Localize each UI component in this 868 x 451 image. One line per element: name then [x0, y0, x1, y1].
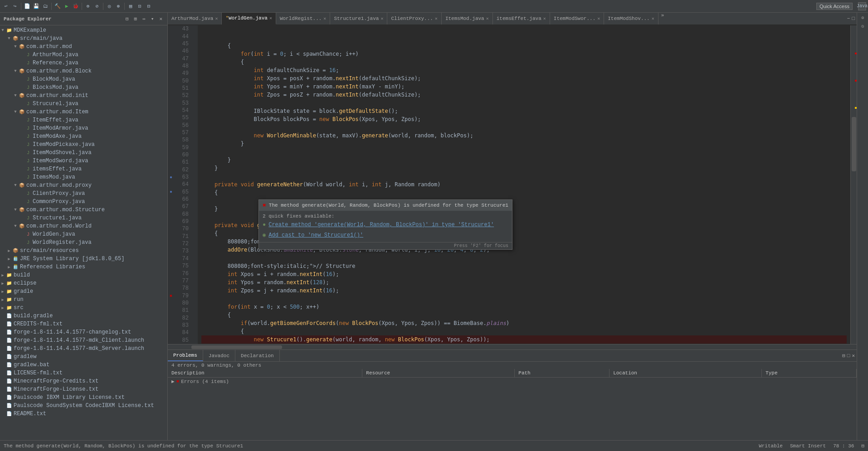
tree-item[interactable]: JItemModSword.java	[0, 157, 167, 165]
editor-tab[interactable]: itemsEffet.java✕	[493, 13, 550, 24]
tree-item[interactable]: ▼📦src/main/java	[0, 34, 167, 43]
table-header-cell[interactable]: Description	[168, 369, 362, 378]
tree-item[interactable]: JItemModArmor.java	[0, 124, 167, 132]
tree-item[interactable]: 📄Paulscode IBXM Library License.txt	[0, 393, 167, 402]
tree-item[interactable]: JItemModShovel.java	[0, 149, 167, 157]
tree-item[interactable]: 📄MinecraftForge-Credits.txt	[0, 377, 167, 385]
code-editor[interactable]: 4344454647484950515253545556575859606162…	[168, 25, 857, 344]
sidebar-link-btn[interactable]: ⇔	[141, 15, 147, 22]
tab-close-btn[interactable]: ✕	[543, 16, 546, 21]
sidebar-menu-btn[interactable]: ▾	[150, 15, 156, 22]
tab-close-btn[interactable]: ✕	[269, 15, 272, 21]
tree-item[interactable]: ▼📦com.arthur.mod.Item	[0, 108, 167, 116]
tab-close-btn[interactable]: ✕	[435, 16, 438, 21]
quick-access-button[interactable]: Quick Access	[816, 3, 853, 10]
editor-scrollbar[interactable]	[850, 25, 857, 344]
tree-item[interactable]: 📄LICENSE-fml.txt	[0, 369, 167, 377]
editor-tab[interactable]: ClientProxy...✕	[387, 13, 441, 24]
table-header-cell[interactable]: Resource	[362, 369, 515, 378]
tree-item[interactable]: JitemsEffet.java	[0, 165, 167, 173]
tree-item[interactable]: ▶🫙JRE System Library [jdk1.8.0_65]	[0, 255, 167, 263]
tree-item[interactable]: ▼📦com.arthur.mod.Block	[0, 67, 167, 75]
tree-item[interactable]: JStructure1.java	[0, 214, 167, 222]
toolbar-build[interactable]: 🔨	[54, 2, 62, 10]
sidebar-expand-btn[interactable]: ⊞	[133, 15, 139, 22]
scrollbar-thumb[interactable]	[852, 117, 856, 171]
tree-item[interactable]: JArthurMod.java	[0, 51, 167, 59]
editor-tab[interactable]: WorldRegist...✕	[276, 13, 330, 24]
tree-item[interactable]: ▼📦com.arthur.mod.World	[0, 222, 167, 230]
toolbar-icon-8[interactable]: ⊡	[136, 2, 144, 10]
h-scrollbar[interactable]	[168, 344, 857, 349]
toolbar-run[interactable]: ▶	[63, 2, 71, 10]
editor-minimize-btn[interactable]: −	[847, 16, 850, 21]
tree-item[interactable]: JReference.java	[0, 59, 167, 67]
toolbar-save-all[interactable]: 🗂	[41, 2, 49, 10]
tree-item[interactable]: JWorldRegister.java	[0, 238, 167, 247]
tree-item[interactable]: JWorldGen.java	[0, 230, 167, 238]
table-header-cell[interactable]: Location	[610, 369, 762, 378]
toolbar-icon-5[interactable]: ◎	[105, 2, 113, 10]
tree-item[interactable]: 📄Paulscode SoundSystem CodecIBXM License…	[0, 402, 167, 410]
tree-item[interactable]: 📄build.gradle	[0, 312, 167, 320]
tree-item[interactable]: JItemsMod.java	[0, 173, 167, 181]
java-perspective-btn[interactable]: Java	[858, 2, 866, 10]
h-scrollbar-thumb[interactable]	[191, 345, 282, 349]
tree-item[interactable]: ▼📦com.arthur.mod.Structure	[0, 206, 167, 214]
tree-item[interactable]: 📄gradlew.bat	[0, 361, 167, 369]
toolbar-save[interactable]: 💾	[32, 2, 40, 10]
editor-tab[interactable]: ItemsMod.java✕	[442, 13, 493, 24]
tree-item[interactable]: ▶📁eclipse	[0, 279, 167, 287]
toolbar-new[interactable]: 📄	[23, 2, 31, 10]
toolbar-icon-7[interactable]: ▤	[127, 2, 135, 10]
quick-fix-item-1[interactable]: ● Create method 'generate(World, Random,…	[259, 220, 512, 230]
tree-item[interactable]: JItemModPickaxe.java	[0, 141, 167, 149]
tree-item[interactable]: 📄MinecraftForge-License.txt	[0, 385, 167, 393]
tree-item[interactable]: JBlockMod.java	[0, 75, 167, 83]
tree-item[interactable]: ▼📦com.arthur.mod.proxy	[0, 181, 167, 189]
tab-close-btn[interactable]: ✕	[597, 16, 600, 21]
table-header-cell[interactable]: Path	[515, 369, 610, 378]
right-sidebar-icon-1[interactable]: ⊕	[859, 15, 867, 21]
tab-close-btn[interactable]: ✕	[652, 16, 654, 21]
toolbar-debug[interactable]: 🐞	[72, 2, 80, 10]
editor-maximize-btn[interactable]: □	[852, 16, 855, 21]
editor-tab[interactable]: *WorldGen.java✕	[222, 13, 276, 24]
sidebar-collapse-btn[interactable]: ⊟	[124, 15, 130, 22]
tree-item[interactable]: 📄forge-1.8-11.14.4.1577-mdk_Server.launc…	[0, 344, 167, 353]
editor-tab[interactable]: ItemModSwor...✕	[550, 13, 604, 24]
tree-item[interactable]: JItemModAxe.java	[0, 132, 167, 141]
tab-close-btn[interactable]: ✕	[486, 16, 489, 21]
tree-item[interactable]: JBlocksMod.java	[0, 83, 167, 92]
toolbar-icon-9[interactable]: ⊟	[145, 2, 153, 10]
sidebar-close-btn[interactable]: ✕	[158, 15, 164, 22]
fix-link-1[interactable]: Create method 'generate(World, Random, B…	[268, 222, 494, 228]
editor-tab[interactable]: Structure1.java✕	[330, 13, 387, 24]
right-sidebar-icon-2[interactable]: ⊘	[859, 23, 867, 30]
bottom-expand-btn[interactable]: □	[847, 353, 850, 359]
tree-item[interactable]: ▶📁build	[0, 271, 167, 279]
tree-item[interactable]: ▼📦com.arthur.mod.init	[0, 92, 167, 100]
tree-item[interactable]: ▶📦src/main/resources	[0, 247, 167, 255]
tree-item[interactable]: ▶📁src	[0, 304, 167, 312]
status-icon[interactable]: ⊟	[861, 443, 864, 449]
toolbar-icon-1[interactable]: ↩	[2, 2, 10, 10]
tree-item[interactable]: 📄gradlew	[0, 353, 167, 361]
quick-fix-item-2[interactable]: ◉ Add cast to 'new Strucure1()'	[259, 230, 512, 240]
editor-tab[interactable]: ItemModShov...✕	[604, 13, 658, 24]
tab-close-btn[interactable]: ✕	[215, 16, 218, 21]
code-content[interactable]: { for(int i = 0; i < spawnChance; i++) {…	[198, 25, 850, 344]
toolbar-icon-3[interactable]: ⊕	[84, 2, 92, 10]
toolbar-icon-6[interactable]: ⊛	[114, 2, 122, 10]
tree-item[interactable]: ▼📦com.arthur.mod	[0, 43, 167, 51]
tree-item[interactable]: 📄forge-1.8-11.14.4.1577-changelog.txt	[0, 328, 167, 336]
tree-item[interactable]: ▶🫙Referenced Libraries	[0, 263, 167, 271]
tree-item[interactable]: 📄README.txt	[0, 410, 167, 418]
tree-item[interactable]: ▶📁gradle	[0, 287, 167, 296]
tab-close-btn[interactable]: ✕	[323, 16, 326, 21]
tab-close-btn[interactable]: ✕	[380, 16, 383, 21]
tree-item[interactable]: JItemEffet.java	[0, 116, 167, 124]
tree-item[interactable]: JStrucurel.java	[0, 100, 167, 108]
tree-item[interactable]: JClientProxy.java	[0, 189, 167, 198]
bottom-close-btn[interactable]: ✕	[852, 353, 855, 359]
